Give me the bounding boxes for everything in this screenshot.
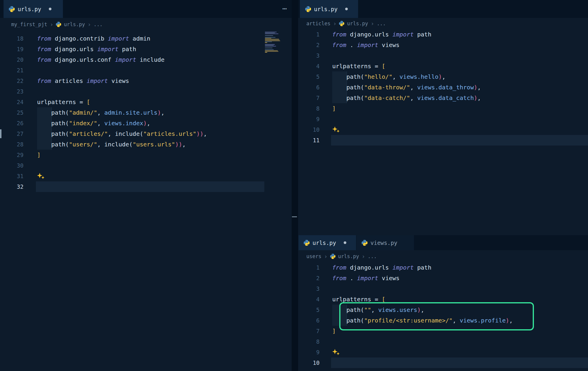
tab-urls-py-left[interactable]: urls.py xyxy=(4,0,63,18)
line-number[interactable]: 4 xyxy=(298,61,320,71)
line-number[interactable]: 26 xyxy=(0,118,24,128)
line-number[interactable]: 19 xyxy=(0,44,24,54)
ai-sparkle-icon[interactable] xyxy=(332,347,340,357)
code-line[interactable]: 8] xyxy=(298,103,588,114)
line-number[interactable]: 7 xyxy=(298,326,320,336)
code-line[interactable]: 3 xyxy=(298,283,588,294)
line-number[interactable]: 4 xyxy=(298,294,320,305)
line-number[interactable]: 9 xyxy=(298,347,320,357)
line-number[interactable]: 10 xyxy=(298,124,320,135)
code-line[interactable]: 2from . import views xyxy=(298,273,588,283)
line-number[interactable]: 18 xyxy=(0,33,24,44)
code-line[interactable]: 11 xyxy=(298,135,588,146)
tab-views-py[interactable]: views.py xyxy=(356,235,414,250)
code-line[interactable]: 7 path("data-catch/", views.data_catch), xyxy=(298,93,588,103)
code-line[interactable]: 10 xyxy=(298,357,588,368)
breadcrumb-file[interactable]: urls.py xyxy=(338,253,359,259)
code-line[interactable]: 8 xyxy=(298,336,588,347)
code-line[interactable]: 6 path("data-throw/", views.data_throw), xyxy=(298,82,588,93)
breadcrumb-more[interactable]: ... xyxy=(377,21,386,26)
code-line[interactable]: 27 path("articles/", include("articles.u… xyxy=(0,128,292,139)
code-line[interactable]: 25 path("admin/", admin.site.urls), xyxy=(0,107,292,118)
code-line[interactable]: 4urlpatterns = [ xyxy=(298,294,588,305)
line-number[interactable]: 8 xyxy=(298,103,320,114)
line-number[interactable]: 8 xyxy=(298,336,320,347)
code-line[interactable]: 30 xyxy=(0,160,292,171)
ai-sparkle-icon[interactable] xyxy=(332,124,340,135)
breadcrumb-file[interactable]: urls.py xyxy=(347,21,368,26)
code-line[interactable]: 2from . import views xyxy=(298,40,588,50)
code-line[interactable]: 32 xyxy=(0,181,292,192)
breadcrumb-folder[interactable]: articles xyxy=(306,21,330,26)
line-number[interactable]: 21 xyxy=(0,65,24,76)
code-line[interactable]: 19from django.urls import path xyxy=(0,44,292,54)
breadcrumb-folder[interactable]: users xyxy=(306,253,321,259)
ai-sparkle-icon[interactable] xyxy=(37,171,45,181)
code-line[interactable]: 18from django.contrib import admin xyxy=(0,33,292,44)
modified-dot-icon[interactable] xyxy=(344,241,346,244)
code-line[interactable]: 7] xyxy=(298,326,588,336)
line-number[interactable]: 5 xyxy=(298,71,320,82)
line-number[interactable]: 11 xyxy=(298,135,320,146)
code-line[interactable]: 29] xyxy=(0,150,292,160)
code-line[interactable]: 9 xyxy=(298,114,588,124)
code-line[interactable]: 28 path("users/", include("users.urls"))… xyxy=(0,139,292,150)
breadcrumb-more[interactable]: ... xyxy=(93,21,103,27)
code-line[interactable]: 5 path("hello/", views.hello), xyxy=(298,71,588,82)
line-number[interactable]: 30 xyxy=(0,160,24,171)
code-line[interactable]: 4urlpatterns = [ xyxy=(298,61,588,71)
line-number[interactable]: 24 xyxy=(0,97,24,107)
code-line[interactable]: 23 xyxy=(0,86,292,97)
code-line[interactable]: 6 path("profile/<str:username>/", views.… xyxy=(298,315,588,326)
code-editor[interactable]: 1from django.urls import path2from . imp… xyxy=(298,262,588,371)
tab-urls-py-articles[interactable]: urls.py xyxy=(300,0,358,18)
code-line[interactable]: 5 path("", views.users), xyxy=(298,305,588,315)
line-number[interactable]: 25 xyxy=(0,107,24,118)
line-number[interactable]: 32 xyxy=(0,181,24,192)
modified-dot-icon[interactable] xyxy=(345,8,348,10)
line-number[interactable]: 28 xyxy=(0,139,24,150)
code-line[interactable]: 10 xyxy=(298,124,588,135)
code-line[interactable]: 1from django.urls import path xyxy=(298,29,588,40)
code-line[interactable]: 24urlpatterns = [ xyxy=(0,97,292,107)
code-line[interactable]: 3 xyxy=(298,50,588,61)
minimap[interactable] xyxy=(265,32,291,53)
line-number[interactable]: 2 xyxy=(298,273,320,283)
line-number[interactable]: 10 xyxy=(298,357,320,368)
code-line[interactable]: 22from articles import views xyxy=(0,76,292,86)
line-number[interactable]: 22 xyxy=(0,76,24,86)
tab-strip-top-right: urls.py xyxy=(298,0,588,18)
line-number[interactable]: 3 xyxy=(298,283,320,294)
breadcrumb-more[interactable]: ... xyxy=(368,253,377,259)
modified-dot-icon[interactable] xyxy=(49,8,51,10)
code-line[interactable]: 21 xyxy=(0,65,292,76)
code-editor[interactable]: 1from django.urls import path2from . imp… xyxy=(298,29,588,217)
line-number[interactable]: 5 xyxy=(298,305,320,315)
code-line[interactable]: 31 xyxy=(0,171,292,181)
line-number[interactable]: 27 xyxy=(0,128,24,139)
code-line[interactable]: 9 xyxy=(298,347,588,357)
breadcrumb-file[interactable]: urls.py xyxy=(64,21,85,27)
line-number[interactable]: 6 xyxy=(298,315,320,326)
line-number[interactable]: 2 xyxy=(298,40,320,50)
line-number[interactable]: 29 xyxy=(0,150,24,160)
more-actions-button[interactable]: ⋯ xyxy=(282,0,287,18)
code-line[interactable]: 1from django.urls import path xyxy=(298,262,588,273)
line-number[interactable]: 9 xyxy=(298,114,320,124)
code-line[interactable]: 20from django.urls.conf import include xyxy=(0,54,292,65)
line-number[interactable]: 3 xyxy=(298,50,320,61)
tab-label: urls.py xyxy=(314,6,338,12)
line-number[interactable]: 23 xyxy=(0,86,24,97)
tab-label: urls.py xyxy=(313,240,336,246)
line-number[interactable]: 20 xyxy=(0,54,24,65)
code-editor[interactable]: 18from django.contrib import admin19from… xyxy=(0,31,292,371)
line-number[interactable]: 1 xyxy=(298,262,320,273)
breadcrumb-folder[interactable]: my_first_pjt xyxy=(11,21,47,27)
line-number[interactable]: 7 xyxy=(298,93,320,103)
code-line[interactable]: 26 path("index/", views.index), xyxy=(0,118,292,128)
line-number[interactable]: 31 xyxy=(0,171,24,181)
tab-urls-py-users[interactable]: urls.py xyxy=(298,235,356,250)
line-number[interactable]: 1 xyxy=(298,29,320,40)
line-number[interactable]: 6 xyxy=(298,82,320,93)
horizontal-sash-handle[interactable] xyxy=(292,216,297,217)
